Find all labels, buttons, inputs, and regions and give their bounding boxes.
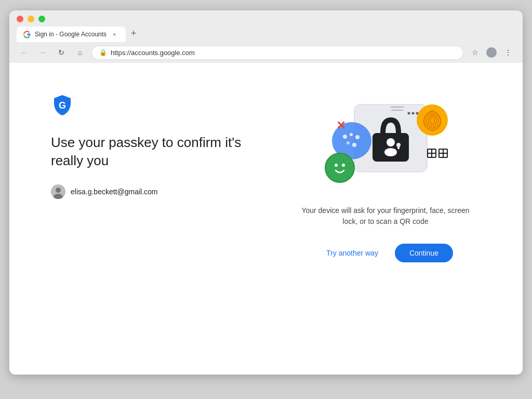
- description-text: Your device will ask for your fingerprin…: [297, 205, 474, 227]
- forward-button[interactable]: →: [35, 45, 50, 60]
- svg-point-20: [352, 143, 356, 147]
- svg-rect-14: [397, 145, 400, 149]
- reload-button[interactable]: ↻: [54, 45, 69, 60]
- passkey-illustration: ✕: [308, 89, 463, 193]
- profile-icon: [486, 47, 497, 58]
- browser-titlebar: Sign in - Google Accounts × +: [9, 10, 523, 42]
- svg-rect-35: [444, 154, 447, 157]
- svg-rect-33: [444, 150, 447, 153]
- svg-point-16: [343, 135, 347, 139]
- svg-rect-30: [432, 154, 435, 157]
- lock-icon: 🔒: [99, 49, 107, 56]
- svg-rect-10: [373, 133, 409, 162]
- left-panel: G Use your passkey to confirm it's reall…: [51, 84, 248, 199]
- browser-window: Sign in - Google Accounts × + ← → ↻ ⌂ 🔒 …: [9, 10, 523, 375]
- svg-rect-34: [440, 154, 443, 157]
- continue-button[interactable]: Continue: [395, 244, 453, 262]
- browser-toolbar: ← → ↻ ⌂ 🔒 https://accounts.google.com ☆: [9, 42, 523, 63]
- menu-button[interactable]: ⋮: [501, 45, 515, 60]
- svg-rect-32: [440, 150, 443, 153]
- user-email: elisa.g.beckett@gmail.com: [71, 188, 158, 196]
- svg-point-22: [335, 164, 338, 167]
- svg-point-23: [342, 164, 345, 167]
- user-row: elisa.g.beckett@gmail.com: [51, 184, 248, 199]
- right-panel: ✕ Your device will ask for your fingerpr…: [280, 84, 491, 262]
- svg-point-19: [347, 141, 350, 144]
- svg-rect-29: [428, 154, 431, 157]
- toolbar-right-actions: ☆ ⋮: [468, 45, 515, 60]
- google-shield-logo: G: [51, 94, 74, 117]
- bookmark-button[interactable]: ☆: [468, 45, 482, 60]
- try-another-button[interactable]: Try another way: [318, 244, 387, 262]
- svg-point-12: [384, 148, 397, 156]
- user-avatar: [51, 184, 65, 199]
- svg-point-7: [408, 112, 410, 115]
- svg-rect-27: [428, 150, 431, 153]
- minimize-traffic-light[interactable]: [28, 16, 34, 22]
- address-bar[interactable]: 🔒 https://accounts.google.com: [91, 46, 463, 60]
- svg-point-1: [486, 47, 497, 58]
- svg-rect-28: [432, 150, 435, 153]
- url-text: https://accounts.google.com: [111, 49, 195, 57]
- main-heading: Use your passkey to confirm it's really …: [51, 134, 248, 170]
- maximize-traffic-light[interactable]: [38, 16, 45, 22]
- action-buttons: Try another way Continue: [318, 244, 453, 262]
- svg-text:✕: ✕: [336, 119, 345, 132]
- svg-point-8: [412, 112, 415, 115]
- close-traffic-light[interactable]: [17, 16, 23, 22]
- illustration-svg: ✕: [308, 89, 463, 193]
- browser-tabs: Sign in - Google Accounts × +: [17, 26, 515, 42]
- home-button[interactable]: ⌂: [73, 45, 87, 60]
- tab-close-button[interactable]: ×: [110, 30, 118, 38]
- back-button[interactable]: ←: [17, 45, 31, 60]
- svg-point-11: [387, 138, 395, 147]
- active-tab[interactable]: Sign in - Google Accounts ×: [17, 26, 126, 42]
- tab-favicon: [23, 30, 31, 38]
- svg-point-17: [350, 133, 353, 136]
- new-tab-button[interactable]: +: [127, 29, 141, 42]
- svg-point-4: [56, 188, 61, 193]
- page-content: G Use your passkey to confirm it's reall…: [9, 63, 523, 375]
- svg-text:G: G: [59, 100, 66, 111]
- avatar-image: [51, 184, 65, 199]
- svg-point-18: [355, 135, 360, 139]
- tab-title: Sign in - Google Accounts: [35, 31, 107, 38]
- traffic-lights: [17, 16, 515, 22]
- profile-button[interactable]: [484, 45, 499, 60]
